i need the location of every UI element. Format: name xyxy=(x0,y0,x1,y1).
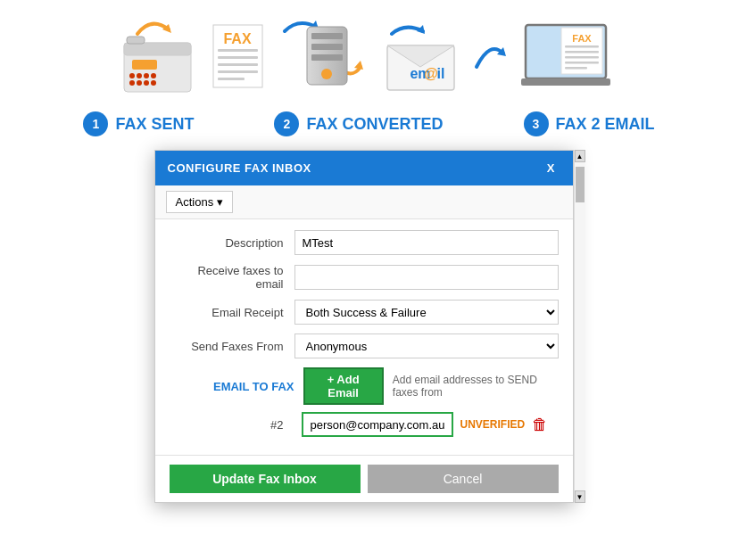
actions-label: Actions xyxy=(176,195,214,209)
svg-rect-37 xyxy=(565,45,599,48)
scroll-down-button[interactable]: ▼ xyxy=(575,490,585,503)
svg-rect-19 xyxy=(218,78,245,80)
svg-rect-38 xyxy=(565,51,599,54)
step1-circle: 1 xyxy=(83,111,108,136)
svg-rect-12 xyxy=(127,37,145,44)
configure-fax-dialog: CONFIGURE FAX INBOX X Actions ▾ Descript… xyxy=(154,150,574,503)
arrow-right-icon xyxy=(472,36,508,80)
step3-text: FAX 2 EMAIL xyxy=(556,115,655,134)
step-labels-row: 1 FAX SENT 2 FAX CONVERTED 3 FAX 2 EMAIL xyxy=(47,107,690,150)
scroll-up-button[interactable]: ▲ xyxy=(575,150,585,162)
actions-button[interactable]: Actions ▾ xyxy=(166,191,234,213)
svg-rect-16 xyxy=(218,56,258,59)
server-icon xyxy=(280,13,369,103)
actions-chevron-icon: ▾ xyxy=(217,195,223,209)
email-entry-row: #2 UNVERIFIED 🗑 xyxy=(170,412,559,437)
description-label: Description xyxy=(170,236,294,250)
svg-point-5 xyxy=(137,73,142,78)
svg-point-4 xyxy=(129,73,135,78)
dialog-title: CONFIGURE FAX INBOX xyxy=(168,161,311,175)
email-entry-num: #2 xyxy=(170,418,294,432)
dialog-header: CONFIGURE FAX INBOX X xyxy=(155,151,573,185)
step2-text: FAX CONVERTED xyxy=(306,115,443,134)
svg-rect-25 xyxy=(311,54,343,61)
svg-text:FAX: FAX xyxy=(572,33,592,44)
svg-rect-42 xyxy=(521,78,610,86)
email-receipt-label: Email Receipt xyxy=(170,306,294,319)
email-entry-input[interactable] xyxy=(302,412,453,437)
send-faxes-row: Send Faxes From Anonymous Fax Number Cus… xyxy=(170,334,559,358)
email-envelope-icon: em @ il xyxy=(383,21,463,96)
dialog-container: CONFIGURE FAX INBOX X Actions ▾ Descript… xyxy=(154,150,585,503)
scroll-track xyxy=(575,162,585,490)
svg-rect-41 xyxy=(565,67,587,70)
svg-text:@: @ xyxy=(424,66,438,81)
step3-circle: 3 xyxy=(524,111,549,136)
send-faxes-label: Send Faxes From xyxy=(170,340,294,353)
delete-icon[interactable]: 🗑 xyxy=(532,416,548,434)
svg-point-26 xyxy=(321,69,332,79)
scroll-thumb[interactable] xyxy=(576,167,585,202)
fax-machine-icon xyxy=(120,21,200,96)
add-email-hint: Add email addresses to SEND faxes from xyxy=(393,374,559,399)
hero-section: FAX xyxy=(0,0,738,150)
svg-point-10 xyxy=(144,80,149,86)
dialog-toolbar: Actions ▾ xyxy=(155,185,573,219)
fax-document-icon: FAX xyxy=(209,21,267,96)
svg-rect-3 xyxy=(132,60,157,70)
svg-rect-15 xyxy=(218,49,258,52)
svg-rect-2 xyxy=(124,43,191,55)
svg-rect-23 xyxy=(311,33,343,39)
svg-point-6 xyxy=(144,73,149,78)
email-to-fax-row: EMAIL TO FAX + Add Email Add email addre… xyxy=(170,367,559,405)
add-email-button[interactable]: + Add Email xyxy=(303,367,384,405)
receive-email-label: Receive faxes to email xyxy=(170,264,294,291)
receive-email-row: Receive faxes to email xyxy=(170,264,559,291)
svg-rect-40 xyxy=(565,62,599,64)
email-receipt-select[interactable]: Both Success & Failure Success Only Fail… xyxy=(294,300,559,325)
description-input[interactable] xyxy=(294,230,559,255)
step1-label: 1 FAX SENT xyxy=(83,111,194,136)
svg-point-11 xyxy=(151,80,156,86)
svg-point-9 xyxy=(137,80,142,86)
update-fax-inbox-button[interactable]: Update Fax Inbox xyxy=(170,465,361,493)
dialog-close-button[interactable]: X xyxy=(542,160,560,177)
svg-rect-17 xyxy=(218,63,258,66)
description-row: Description xyxy=(170,230,559,255)
step2-circle: 2 xyxy=(274,111,299,136)
unverified-badge: UNVERIFIED xyxy=(460,418,526,431)
receive-email-input[interactable] xyxy=(294,265,559,290)
dialog-overlay: CONFIGURE FAX INBOX X Actions ▾ Descript… xyxy=(0,150,738,512)
svg-rect-39 xyxy=(565,56,599,59)
send-faxes-select[interactable]: Anonymous Fax Number Custom xyxy=(294,334,559,358)
svg-rect-18 xyxy=(218,70,258,73)
svg-rect-24 xyxy=(311,44,343,50)
dialog-body: Description Receive faxes to email Email… xyxy=(155,219,573,455)
laptop-icon: FAX xyxy=(517,21,615,96)
step2-label: 2 FAX CONVERTED xyxy=(274,111,443,136)
svg-marker-21 xyxy=(354,61,363,70)
hero-icons-row: FAX xyxy=(93,0,646,107)
step3-label: 3 FAX 2 EMAIL xyxy=(524,111,655,136)
svg-text:FAX: FAX xyxy=(223,31,251,46)
email-to-fax-label: EMAIL TO FAX xyxy=(170,380,294,393)
svg-point-8 xyxy=(129,80,135,86)
step1-text: FAX SENT xyxy=(115,115,194,134)
dialog-footer: Update Fax Inbox Cancel xyxy=(155,455,573,502)
svg-point-7 xyxy=(151,73,156,78)
dialog-scrollbar: ▲ ▼ xyxy=(574,150,585,503)
email-receipt-row: Email Receipt Both Success & Failure Suc… xyxy=(170,300,559,325)
svg-text:il: il xyxy=(436,66,444,81)
cancel-button[interactable]: Cancel xyxy=(368,465,559,493)
